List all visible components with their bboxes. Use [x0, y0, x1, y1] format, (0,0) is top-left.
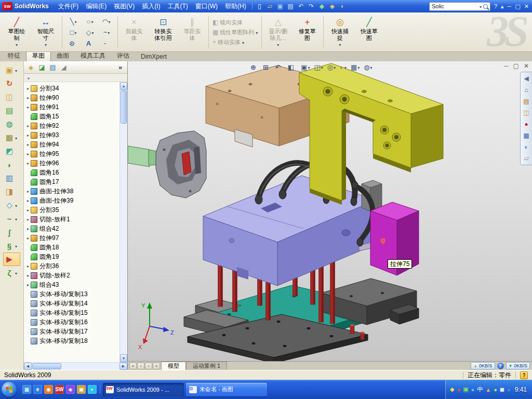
view-orientation-icon[interactable]: ▣ — [301, 63, 310, 71]
feature-tool-button[interactable]: ↻ — [4, 77, 20, 90]
last-tab-button[interactable]: » — [153, 363, 160, 369]
show-desktop-icon[interactable]: ▦ — [22, 385, 31, 394]
spline-tool-icon[interactable]: ~ — [98, 27, 115, 38]
menu-item[interactable]: 帮助(H) — [221, 1, 250, 12]
tree-filter-bar[interactable] — [24, 74, 127, 82]
feature-tree-item[interactable]: 拉伸93 — [24, 130, 119, 140]
feature-tree-item[interactable]: 切除-放样1 — [24, 215, 119, 224]
dropdown-arrow-icon[interactable] — [242, 39, 244, 45]
tab-motion-study[interactable]: 运动算例 1 — [186, 362, 227, 370]
feature-tool-button[interactable]: § — [4, 239, 20, 252]
menu-item[interactable]: 编辑(E) — [82, 1, 110, 12]
view-palette-icon[interactable]: ▦ — [522, 131, 530, 140]
feature-tree-item[interactable]: 实体-移动/复制18 — [24, 336, 119, 345]
dropdown-arrow-icon[interactable] — [344, 64, 347, 70]
viewport-restore-icon[interactable]: ▢ — [513, 62, 519, 70]
expand-arrow-icon[interactable] — [25, 124, 31, 128]
scroll-track[interactable] — [62, 363, 119, 370]
help-icon[interactable]: ? — [494, 3, 497, 9]
menu-item[interactable]: 文件(F) — [55, 1, 82, 12]
feature-tree-item[interactable]: 组合43 — [24, 280, 119, 289]
expand-arrow-icon[interactable] — [25, 142, 31, 147]
new-document-icon[interactable]: ▯ — [255, 2, 264, 11]
display-delete-relations-button[interactable]: △ 显示/删除几... — [263, 14, 292, 50]
expand-arrow-icon[interactable] — [25, 86, 31, 91]
apply-scene-icon[interactable]: ▦ — [351, 63, 360, 71]
expand-arrow-icon[interactable] — [25, 161, 31, 166]
scroll-up-button[interactable] — [120, 82, 127, 90]
dropdown-arrow-icon[interactable] — [74, 18, 76, 24]
tray-icon[interactable]: ◆ — [450, 385, 454, 393]
rapid-sketch-button[interactable]: ╱ 快速草图 — [354, 14, 383, 50]
expand-arrow-icon[interactable] — [25, 208, 31, 212]
feature-tree-item[interactable]: 拉伸90 — [24, 93, 119, 102]
expand-arrow-icon[interactable] — [25, 264, 31, 269]
hide-show-items-icon[interactable]: ◎ — [327, 63, 336, 71]
graphics-area[interactable]: φ Y Z X ⊕ — [128, 61, 532, 361]
dropdown-arrow-icon[interactable] — [108, 29, 110, 35]
dropdown-arrow-icon[interactable] — [16, 42, 18, 47]
edit-appearance-icon[interactable]: ◐ — [340, 63, 347, 71]
tray-icon[interactable]: ● — [471, 385, 475, 393]
arc-tool-icon[interactable]: ◠ — [98, 16, 115, 27]
feature-tree-item[interactable]: 实体-移动/复制13 — [24, 289, 119, 299]
feature-tree-item[interactable]: 分割34 — [24, 84, 119, 93]
feature-tool-button[interactable]: ζ — [4, 266, 20, 280]
dropdown-arrow-icon[interactable] — [321, 64, 323, 70]
expand-arrow-icon[interactable] — [25, 217, 31, 222]
redo-icon[interactable]: ↷ — [307, 2, 316, 11]
restore-icon[interactable]: ▢ — [515, 3, 520, 10]
feature-tree-item[interactable]: 实体-移动/复制16 — [24, 317, 119, 327]
feature-tool-button[interactable]: ◫ — [4, 90, 20, 104]
prev-tab-button[interactable]: ‹ — [137, 363, 144, 369]
convert-entities-button[interactable]: ⊡ 转换实体引用 — [149, 14, 178, 50]
dropdown-arrow-icon[interactable] — [91, 29, 94, 35]
mirror-entities-button[interactable]: ◧ 镜向实体 — [212, 19, 258, 26]
feature-tree-item[interactable]: 分割36 — [24, 261, 119, 271]
quick-snaps-button[interactable]: ◎ 快速捕捉 — [325, 14, 354, 50]
start-button[interactable] — [2, 382, 17, 397]
feature-tool-button[interactable]: ▶ — [3, 252, 20, 266]
repair-sketch-button[interactable]: + 修复草图 — [292, 14, 322, 50]
internet-explorer-icon[interactable]: e — [33, 385, 42, 394]
feature-tree-item[interactable]: 圆角18 — [24, 243, 119, 252]
display-style-icon[interactable]: ◫ — [314, 63, 323, 71]
tray-icon[interactable]: ▲ — [485, 385, 491, 393]
custom-properties-icon[interactable]: ▱ — [522, 154, 530, 163]
undo-icon[interactable]: ↶ — [296, 2, 306, 11]
viewport-close-icon[interactable]: ✕ — [524, 62, 529, 70]
feature-tree-item[interactable]: 曲面-拉伸38 — [24, 187, 119, 196]
dropdown-arrow-icon[interactable] — [256, 30, 258, 35]
browser-icon[interactable]: ◐ — [88, 385, 97, 394]
dropdown-arrow-icon[interactable] — [15, 135, 20, 141]
feature-tree-item[interactable]: 拉伸95 — [24, 149, 119, 158]
feature-tool-button[interactable]: ʃ — [4, 225, 20, 239]
zoom-area-icon[interactable]: ⊞ — [263, 63, 271, 71]
section-view-icon[interactable]: ◧ — [288, 63, 297, 71]
next-tab-button[interactable]: › — [145, 363, 152, 369]
close-icon[interactable]: ✕ — [524, 3, 529, 10]
dropdown-arrow-icon[interactable] — [15, 202, 20, 208]
offset-entities-button[interactable]: ∥ 等距实体 — [178, 14, 207, 50]
minimize-icon[interactable]: ─ — [508, 3, 512, 9]
feature-tree-item[interactable]: 拉伸96 — [24, 158, 119, 168]
open-icon[interactable]: ▱ — [265, 2, 275, 11]
dropdown-arrow-icon[interactable] — [91, 18, 93, 24]
feature-tree-item[interactable]: 拉伸97 — [24, 233, 119, 243]
line-tool-icon[interactable]: ╲ — [65, 16, 82, 27]
rebuild-icon[interactable]: ◆ — [317, 2, 327, 11]
solidworks-resources-icon[interactable]: ⌂ — [522, 86, 530, 94]
taskbar-task[interactable]: ▨ 未命名 - 画图 — [186, 383, 267, 396]
expand-arrow-icon[interactable] — [25, 152, 31, 156]
feature-tool-button[interactable]: ▣ — [4, 63, 20, 77]
dropdown-arrow-icon[interactable] — [15, 243, 20, 249]
feature-tool-button[interactable]: ▥ — [4, 171, 20, 185]
feature-tree-item[interactable]: 实体-移动/复制15 — [24, 308, 119, 317]
tab-evaluate[interactable]: 评估 — [111, 50, 135, 61]
toolbox-icon[interactable]: ● — [522, 120, 530, 128]
input-method-icon[interactable]: 中 — [477, 385, 483, 393]
tree-vertical-scrollbar[interactable] — [119, 82, 127, 362]
feature-tool-button[interactable]: ▦ — [4, 131, 20, 144]
options-icon[interactable]: ◈ — [327, 2, 337, 11]
taskbar-task[interactable]: SW SolidWorks 2009 - ... — [103, 383, 184, 396]
